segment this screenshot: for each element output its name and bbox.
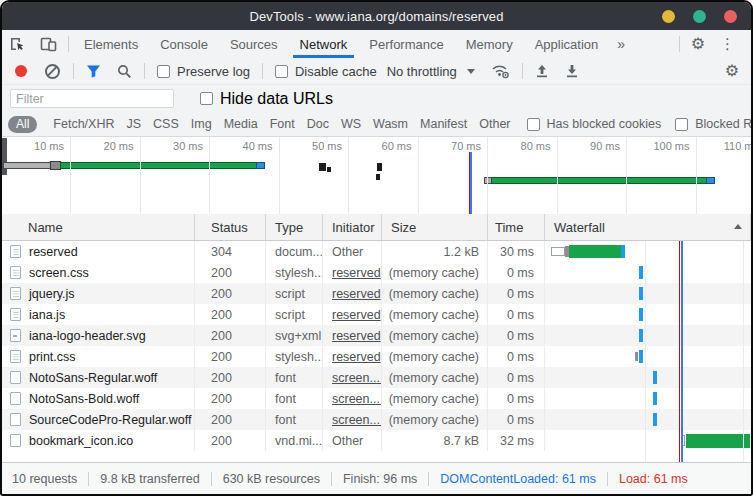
request-name-cell[interactable]: screen.css [2, 262, 195, 283]
request-status-cell: 200 [195, 388, 266, 409]
close-button[interactable] [724, 10, 737, 23]
request-initiator-cell[interactable]: reserved [323, 262, 382, 283]
column-header-name[interactable]: Name [2, 214, 195, 240]
request-name-cell[interactable]: NotoSans-Regular.woff [2, 367, 195, 388]
filter-pill-other[interactable]: Other [479, 117, 510, 131]
file-icon [10, 413, 21, 426]
tab-memory[interactable]: Memory [455, 30, 524, 58]
device-toolbar-button[interactable] [33, 30, 64, 58]
request-initiator-cell: Other [323, 241, 382, 262]
filter-pill-ws[interactable]: WS [341, 117, 361, 131]
initiator-link[interactable]: screen.... [332, 392, 382, 406]
request-initiator-cell[interactable]: reserved [323, 304, 382, 325]
table-row-NotoSans-Bold.woff[interactable]: NotoSans-Bold.woff200fontscreen....(memo… [2, 388, 751, 409]
table-row-reserved[interactable]: reserved304docum...Other1.2 kB30 ms [2, 241, 751, 262]
search-button[interactable] [117, 64, 132, 79]
column-header-status[interactable]: Status [195, 214, 266, 240]
minimize-button[interactable] [662, 10, 675, 23]
tab-network[interactable]: Network [289, 30, 359, 58]
filter-pill-wasm[interactable]: Wasm [373, 117, 408, 131]
search-icon [117, 64, 132, 79]
tab-application[interactable]: Application [524, 30, 610, 58]
request-name-cell[interactable]: iana-logo-header.svg [2, 325, 195, 346]
initiator-link[interactable]: reserved [332, 266, 381, 280]
filter-pill-img[interactable]: Img [191, 117, 212, 131]
column-header-initiator[interactable]: Initiator [323, 214, 382, 240]
network-overview-timeline[interactable]: 10 ms20 ms30 ms40 ms50 ms60 ms70 ms80 ms… [2, 137, 751, 215]
overview-tick-label: 10 ms [6, 140, 64, 152]
settings-gear-icon[interactable]: ⚙ [684, 36, 712, 52]
tab-sources[interactable]: Sources [219, 30, 289, 58]
table-row-SourceCodePro-Regular.woff[interactable]: SourceCodePro-Regular.woff200fontscreen.… [2, 409, 751, 430]
initiator-link[interactable]: screen.... [332, 371, 382, 385]
inspect-element-button[interactable] [2, 30, 33, 58]
request-initiator-cell[interactable]: reserved [323, 325, 382, 346]
table-row-print.css[interactable]: print.css200stylesh...reserved(memory ca… [2, 346, 751, 367]
maximize-button[interactable] [693, 10, 706, 23]
table-row-iana-logo-header.svg[interactable]: iana-logo-header.svg200svg+xmlreserved(m… [2, 325, 751, 346]
network-conditions-button[interactable] [491, 63, 510, 79]
preserve-log-checkbox[interactable]: Preserve log [157, 64, 250, 79]
request-name-cell[interactable]: NotoSans-Bold.woff [2, 388, 195, 409]
filter-pill-font[interactable]: Font [270, 117, 295, 131]
has-blocked-cookies-checkbox[interactable]: Has blocked cookies [527, 117, 662, 131]
request-name: screen.css [29, 266, 89, 280]
network-settings-gear-icon[interactable]: ⚙ [725, 63, 745, 79]
more-tabs-button[interactable]: » [609, 30, 633, 58]
initiator-link[interactable]: reserved [332, 308, 381, 322]
export-har-button[interactable] [565, 64, 579, 78]
throttling-dropdown[interactable]: No throttling [387, 64, 475, 79]
tab-console[interactable]: Console [149, 30, 219, 58]
request-name-cell[interactable]: iana.js [2, 304, 195, 325]
record-network-log-button[interactable] [15, 65, 27, 77]
request-name-cell[interactable]: print.css [2, 346, 195, 367]
request-time-cell: 0 ms [488, 283, 545, 304]
overview-tick-label: 30 ms [145, 140, 203, 152]
filter-pill-js[interactable]: JS [126, 117, 141, 131]
table-row-NotoSans-Regular.woff[interactable]: NotoSans-Regular.woff200fontscreen....(m… [2, 367, 751, 388]
request-name: bookmark_icon.ico [29, 434, 133, 448]
initiator-link[interactable]: screen.... [332, 413, 382, 427]
finish-time: Finish: 96 ms [343, 472, 417, 486]
column-header-type[interactable]: Type [266, 214, 323, 240]
request-name-cell[interactable]: reserved [2, 241, 195, 262]
initiator-link[interactable]: reserved [332, 329, 381, 343]
initiator-link[interactable]: reserved [332, 350, 381, 364]
filter-pill-fetchxhr[interactable]: Fetch/XHR [53, 117, 114, 131]
column-header-waterfall[interactable]: Waterfall [545, 214, 751, 240]
table-row-bookmark_icon.ico[interactable]: bookmark_icon.ico200vnd.mi...Other8.7 kB… [2, 430, 751, 451]
table-row-screen.css[interactable]: screen.css200stylesh...reserved(memory c… [2, 262, 751, 283]
disable-cache-checkbox[interactable]: Disable cache [275, 64, 377, 79]
clear-network-log-icon[interactable] [45, 64, 60, 79]
request-name-cell[interactable]: jquery.js [2, 283, 195, 304]
request-size-cell: (memory cache) [382, 388, 488, 409]
request-status-cell: 200 [195, 304, 266, 325]
request-initiator-cell[interactable]: reserved [323, 283, 382, 304]
initiator-link[interactable]: reserved [332, 287, 381, 301]
hide-data-urls-checkbox[interactable]: Hide data URLs [200, 90, 333, 108]
request-name-cell[interactable]: bookmark_icon.ico [2, 430, 195, 451]
table-row-iana.js[interactable]: iana.js200scriptreserved(memory cache)0 … [2, 304, 751, 325]
filter-pill-manifest[interactable]: Manifest [420, 117, 467, 131]
filter-pill-media[interactable]: Media [224, 117, 258, 131]
filter-input[interactable] [10, 89, 174, 108]
filter-pill-doc[interactable]: Doc [307, 117, 329, 131]
import-har-button[interactable] [535, 64, 549, 78]
main-menu-kebab-icon[interactable]: ⋮ [712, 35, 743, 53]
column-header-size[interactable]: Size [382, 214, 488, 240]
request-size-cell: (memory cache) [382, 304, 488, 325]
tab-performance[interactable]: Performance [358, 30, 454, 58]
tab-elements[interactable]: Elements [73, 30, 149, 58]
request-time: 0 ms [507, 308, 534, 322]
blocked-requests-checkbox[interactable]: Blocked Requests [675, 117, 753, 131]
column-header-time[interactable]: Time [488, 214, 545, 240]
request-initiator-cell[interactable]: screen.... [323, 409, 382, 430]
request-initiator-cell[interactable]: reserved [323, 346, 382, 367]
filter-toggle-button[interactable] [86, 64, 101, 78]
request-name-cell[interactable]: SourceCodePro-Regular.woff [2, 409, 195, 430]
request-initiator-cell[interactable]: screen.... [323, 367, 382, 388]
table-row-jquery.js[interactable]: jquery.js200scriptreserved(memory cache)… [2, 283, 751, 304]
filter-pill-css[interactable]: CSS [153, 117, 179, 131]
filter-all-pill[interactable]: All [8, 116, 37, 133]
request-initiator-cell[interactable]: screen.... [323, 388, 382, 409]
